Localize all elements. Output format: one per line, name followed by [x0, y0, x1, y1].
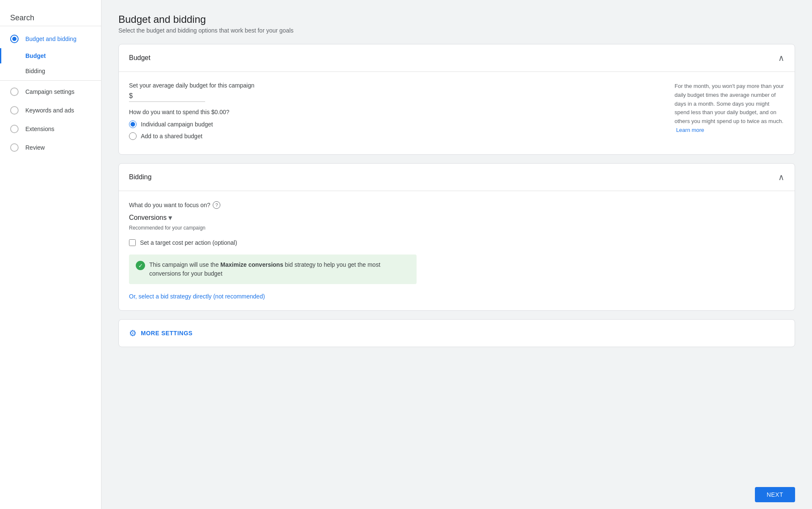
info-banner: ✓ This campaign will use the Maximize co… [129, 254, 417, 284]
budget-card: Budget ∧ Set your average daily budget f… [118, 44, 795, 155]
sidebar-search-label: Search [0, 7, 101, 26]
check-circle-icon: ✓ [136, 261, 145, 270]
currency-symbol: $ [129, 92, 133, 100]
main-content: Budget and bidding Select the budget and… [102, 0, 812, 480]
more-settings-card[interactable]: ⚙ MORE SETTINGS [118, 319, 795, 347]
budget-input-wrapper: $ [129, 92, 205, 102]
sidebar-circle-budget-bidding [10, 35, 19, 43]
sidebar-sub-label-budget: Budget [25, 52, 46, 59]
next-button[interactable]: NEXT [755, 487, 795, 502]
help-icon[interactable]: ? [213, 201, 220, 209]
target-cost-checkbox-row[interactable]: Set a target cost per action (optional) [129, 239, 785, 246]
sidebar-divider [0, 80, 101, 81]
radio-shared-label: Add to a shared budget [141, 133, 203, 140]
sidebar-label-review: Review [25, 144, 45, 151]
daily-budget-label: Set your average daily budget for this c… [129, 82, 658, 89]
footer-bar: NEXT [102, 480, 812, 509]
radio-individual-input[interactable] [129, 120, 137, 128]
sidebar-circle-review [10, 143, 19, 152]
banner-text-start: This campaign will use the [149, 261, 220, 268]
focus-label: What do you want to focus on? ? [129, 201, 785, 209]
sidebar-circle-keywords-ads [10, 106, 19, 115]
page-title: Budget and bidding [118, 14, 795, 25]
sidebar-label-extensions: Extensions [25, 126, 54, 132]
conversions-dropdown[interactable]: Conversions ▾ [129, 213, 172, 222]
sidebar-sub-label-bidding: Bidding [25, 68, 45, 74]
gear-icon: ⚙ [129, 328, 137, 338]
bidding-card-header: Bidding ∧ [119, 164, 795, 191]
learn-more-link[interactable]: Learn more [676, 127, 704, 133]
recommended-text: Recommended for your campaign [129, 225, 785, 231]
alt-strategy-link[interactable]: Or, select a bid strategy directly (not … [129, 293, 265, 300]
radio-shared-budget[interactable]: Add to a shared budget [129, 132, 658, 140]
page-subtitle: Select the budget and bidding options th… [118, 27, 795, 34]
budget-side-text: For the month, you won't pay more than y… [675, 83, 784, 124]
dropdown-value: Conversions [129, 214, 167, 222]
sidebar-item-budget-bidding[interactable]: Budget and bidding [0, 30, 101, 48]
radio-shared-input[interactable] [129, 132, 137, 140]
sidebar-circle-campaign-settings [10, 88, 19, 96]
radio-individual-budget[interactable]: Individual campaign budget [129, 120, 658, 128]
bidding-card: Bidding ∧ What do you want to focus on? … [118, 163, 795, 311]
spend-question: How do you want to spend this $0.00? [129, 109, 658, 115]
sidebar-item-extensions[interactable]: Extensions [0, 120, 101, 138]
sidebar-label-budget-bidding: Budget and bidding [25, 36, 77, 42]
bidding-chevron-up-icon[interactable]: ∧ [778, 172, 785, 182]
budget-card-title: Budget [129, 54, 151, 62]
sidebar-label-campaign-settings: Campaign settings [25, 88, 74, 95]
sidebar-item-keywords-ads[interactable]: Keywords and ads [0, 101, 101, 120]
sidebar-item-review[interactable]: Review [0, 138, 101, 157]
target-cost-label: Set a target cost per action (optional) [140, 239, 237, 246]
dropdown-arrow-icon: ▾ [168, 213, 172, 222]
banner-bold-text: Maximize conversions [220, 261, 283, 268]
budget-card-right: For the month, you won't pay more than y… [675, 82, 785, 144]
sidebar: Search Budget and bidding Budget Bidding… [0, 0, 102, 509]
budget-card-left: Set your average daily budget for this c… [129, 82, 658, 144]
budget-card-header: Budget ∧ [119, 44, 795, 72]
sidebar-item-campaign-settings[interactable]: Campaign settings [0, 82, 101, 101]
more-settings-label: MORE SETTINGS [141, 330, 192, 337]
bidding-card-body: What do you want to focus on? ? Conversi… [119, 191, 795, 310]
sidebar-sub-item-budget[interactable]: Budget [0, 48, 101, 63]
radio-individual-label: Individual campaign budget [141, 121, 213, 128]
sidebar-sub-item-bidding[interactable]: Bidding [0, 63, 101, 79]
chevron-up-icon[interactable]: ∧ [778, 53, 785, 63]
budget-card-body: Set your average daily budget for this c… [119, 72, 795, 154]
sidebar-circle-extensions [10, 125, 19, 133]
focus-question-text: What do you want to focus on? [129, 202, 210, 208]
sidebar-label-keywords-ads: Keywords and ads [25, 107, 74, 114]
bidding-card-title: Bidding [129, 173, 151, 181]
target-cost-checkbox[interactable] [129, 239, 136, 246]
info-banner-text: This campaign will use the Maximize conv… [149, 260, 410, 278]
budget-input[interactable] [134, 92, 185, 100]
